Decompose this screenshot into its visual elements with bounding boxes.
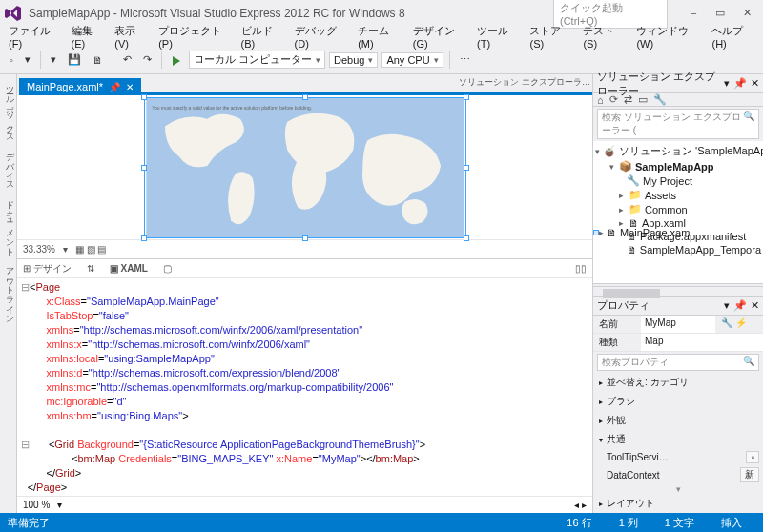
device-tab[interactable]: デバイス <box>0 147 16 185</box>
prop-name-value[interactable]: MyMap <box>641 316 715 333</box>
props-search[interactable]: 検索プロパティ🔍 <box>597 354 759 371</box>
doc-outline-tab[interactable]: ドキュメント アウトライン <box>0 194 16 318</box>
save-button[interactable]: 💾 <box>64 51 85 68</box>
left-toolstrip: ツールボックス デバイス ドキュメント アウトライン <box>0 74 17 513</box>
pin-icon[interactable]: 📌 <box>733 77 747 90</box>
right-pane: ソリューション エクスプローラー ▾ 📌 ✕ ⌂ ⟳ ⇄ ▭ 🔧 検索 ソリュー… <box>593 74 763 513</box>
status-bar: 準備完了 16 行 1 列 1 文字 挿入 <box>0 513 763 532</box>
save-all-button[interactable]: 🗎 <box>89 52 107 68</box>
group-brush[interactable]: ブラシ <box>593 392 763 411</box>
close-button[interactable]: ✕ <box>734 5 759 22</box>
menu-help[interactable]: ヘルプ(H) <box>707 22 759 51</box>
show-all-icon[interactable]: ▭ <box>638 93 648 106</box>
xaml-tab[interactable]: ▣ XAML <box>110 263 148 274</box>
menu-tools[interactable]: ツール(T) <box>472 22 523 51</box>
toolbar-more[interactable]: ⋯ <box>456 51 474 68</box>
menu-debug[interactable]: デバッグ(D) <box>290 22 352 51</box>
design-canvas[interactable]: You must specify a valid value for the a… <box>17 95 592 239</box>
pin-icon[interactable]: 📌 <box>109 82 120 92</box>
designer-footer: 33.33% ▾ ▦ ▧ ▤ <box>17 239 592 258</box>
zoom-label[interactable]: 33.33% <box>23 244 55 255</box>
sync-icon[interactable]: ⇄ <box>624 93 632 106</box>
split-header: ⊞ デザイン ⇅ ▣ XAML ▢ ▯▯ <box>17 259 592 278</box>
maximize-button[interactable]: ▭ <box>708 5 732 22</box>
menu-bar: ファイル(F) 編集(E) 表示(V) プロジェクト(P) ビルド(B) デバッ… <box>0 27 763 46</box>
minimize-button[interactable]: – <box>681 5 706 22</box>
menu-edit[interactable]: 編集(E) <box>67 22 109 51</box>
menu-team[interactable]: チーム(M) <box>353 22 406 51</box>
platform-combo[interactable]: Any CPU <box>382 52 443 68</box>
status-ready: 準備完了 <box>8 516 50 530</box>
menu-window[interactable]: ウィンドウ(W) <box>631 22 705 51</box>
sort-combo[interactable]: 並べ替え: カテゴリ <box>593 373 763 392</box>
nav-fwd-button[interactable]: ▾ <box>21 51 34 68</box>
close-icon[interactable]: ✕ <box>751 77 759 90</box>
code-footer: 100 %▾ ◂ ▸ <box>17 496 592 513</box>
editor-area: MainPage.xaml* 📌 ✕ ソリューション エクスプローラ… <box>17 74 593 513</box>
zoom-100[interactable]: 100 % <box>23 500 50 510</box>
menu-view[interactable]: 表示(V) <box>110 22 152 51</box>
designer-pane: You must specify a valid value for the a… <box>17 95 592 259</box>
split-h-icon[interactable]: ▯▯ <box>575 263 587 274</box>
config-combo[interactable]: Debug <box>329 52 378 68</box>
svg-text:You must specify a valid value: You must specify a valid value for the a… <box>152 105 312 110</box>
solution-tree[interactable]: ▾🧉ソリューション 'SampleMapApp' (1 ▾📦SampleMapA… <box>593 141 763 284</box>
status-ins: 挿入 <box>721 516 742 530</box>
menu-store[interactable]: ストア(S) <box>525 22 576 51</box>
home-icon[interactable]: ⌂ <box>597 94 604 106</box>
tree-hscroll[interactable] <box>593 286 763 294</box>
grid-icon[interactable]: ▦ ▧ ▤ <box>75 244 107 255</box>
group-appearance[interactable]: 外観 <box>593 411 763 430</box>
new-button[interactable]: 新 <box>740 467 759 482</box>
toolbox-tab[interactable]: ツールボックス <box>0 80 16 137</box>
undo-button[interactable]: ↶ <box>119 51 135 68</box>
group-common[interactable]: 共通 <box>593 430 763 449</box>
new-button[interactable]: ▾ <box>47 51 60 68</box>
menu-file[interactable]: ファイル(F) <box>4 22 65 51</box>
design-tab[interactable]: ⊞ デザイン <box>23 262 72 276</box>
solution-search[interactable]: 検索 ソリューション エクスプローラー (🔍 <box>597 109 759 139</box>
solution-toolbar: ⌂ ⟳ ⇄ ▭ 🔧 <box>593 93 763 107</box>
tab-close-icon[interactable]: ✕ <box>126 82 134 92</box>
redo-button[interactable]: ↷ <box>139 51 155 68</box>
menu-project[interactable]: プロジェクト(P) <box>154 22 234 51</box>
menu-build[interactable]: ビルド(B) <box>237 22 288 51</box>
tab-mainpage[interactable]: MainPage.xaml* 📌 ✕ <box>19 78 141 95</box>
refresh-icon[interactable]: ⟳ <box>609 93 618 106</box>
search-icon: 🔍 <box>743 111 754 137</box>
dropdown-icon[interactable]: ▾ <box>724 77 730 90</box>
nav-back-button[interactable]: ◦ <box>6 52 17 68</box>
menu-test[interactable]: テスト(S) <box>578 22 629 51</box>
sol-explorer-collapsed-tab[interactable]: ソリューション エクスプローラ… <box>459 76 590 89</box>
status-char: 1 文字 <box>665 516 694 530</box>
tree-mainpage-xaml: ▸🗎MainPage.xaml <box>593 230 599 235</box>
world-map-icon: You must specify a valid value for the a… <box>145 98 465 237</box>
vs-logo-icon <box>4 4 23 23</box>
popout-icon[interactable]: ▢ <box>163 263 172 274</box>
start-debug-button[interactable] <box>168 51 185 67</box>
debug-target-combo[interactable]: ローカル コンピューター <box>189 51 325 69</box>
status-col: 1 列 <box>619 516 638 530</box>
properties-icon[interactable]: 🔧 <box>653 93 667 106</box>
status-line: 16 行 <box>567 516 591 530</box>
solution-explorer-header: ソリューション エクスプローラー ▾ 📌 ✕ <box>593 74 763 93</box>
document-tabs: MainPage.xaml* 📌 ✕ ソリューション エクスプローラ… <box>17 74 592 95</box>
prop-type-value: Map <box>641 334 763 351</box>
group-layout[interactable]: レイアウト <box>593 494 763 513</box>
menu-design[interactable]: デザイン(G) <box>408 22 470 51</box>
code-editor[interactable]: ⊟<Page x:Class="SampleMapApp.MainPage" I… <box>17 278 592 496</box>
window-title: SampleMapApp - Microsoft Visual Studio E… <box>29 7 553 20</box>
map-control[interactable]: You must specify a valid value for the a… <box>144 97 466 238</box>
properties-pane: プロパティ▾📌✕ 名前MyMap🔧 ⚡ 種類Map 検索プロパティ🔍 並べ替え:… <box>593 296 763 513</box>
tab-label: MainPage.xaml* <box>27 81 103 92</box>
